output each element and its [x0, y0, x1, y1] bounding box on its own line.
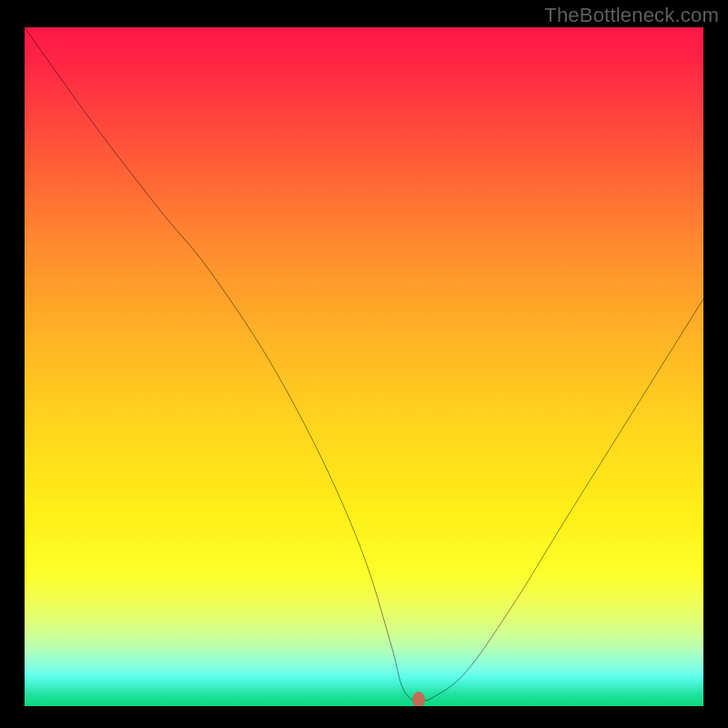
curve-path — [25, 27, 703, 701]
plot-area — [25, 27, 703, 706]
optimum-marker — [412, 692, 425, 706]
bottleneck-curve — [25, 27, 703, 706]
chart-frame: TheBottleneck.com — [0, 0, 728, 728]
attribution-text: TheBottleneck.com — [544, 4, 719, 27]
